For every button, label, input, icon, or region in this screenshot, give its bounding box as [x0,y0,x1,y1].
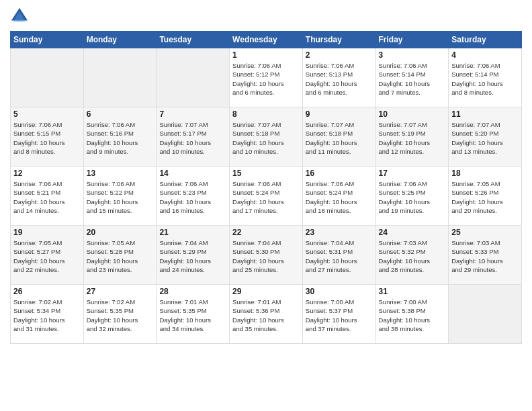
calendar-cell [157,48,230,107]
day-info: Sunrise: 7:00 AMSunset: 5:38 PMDaylight:… [379,298,446,333]
day-number: 14 [159,169,226,178]
weekday-header-monday: Monday [83,32,157,48]
page-header [10,7,522,26]
day-number: 23 [306,228,373,237]
day-info: Sunrise: 7:07 AMSunset: 5:18 PMDaylight:… [306,120,373,156]
day-number: 5 [13,109,81,119]
day-info: Sunrise: 7:06 AMSunset: 5:21 PMDaylight:… [13,179,81,215]
day-info: Sunrise: 7:07 AMSunset: 5:18 PMDaylight:… [232,120,300,156]
day-info: Sunrise: 7:06 AMSunset: 5:23 PMDaylight:… [159,179,226,215]
calendar-cell [11,48,84,107]
calendar-cell: 24Sunrise: 7:03 AMSunset: 5:32 PMDayligh… [375,226,449,285]
day-number: 19 [13,228,81,237]
calendar-cell: 1Sunrise: 7:06 AMSunset: 5:12 PMDaylight… [230,48,303,107]
calendar-cell: 16Sunrise: 7:06 AMSunset: 5:24 PMDayligh… [302,167,375,226]
calendar-week-5: 26Sunrise: 7:02 AMSunset: 5:34 PMDayligh… [11,285,522,344]
day-info: Sunrise: 7:05 AMSunset: 5:28 PMDaylight:… [87,238,154,274]
day-number: 15 [232,169,300,178]
calendar-cell: 5Sunrise: 7:06 AMSunset: 5:15 PMDaylight… [11,107,84,167]
day-info: Sunrise: 7:06 AMSunset: 5:24 PMDaylight:… [306,179,373,215]
calendar-cell: 3Sunrise: 7:06 AMSunset: 5:14 PMDaylight… [375,48,449,107]
day-info: Sunrise: 7:01 AMSunset: 5:35 PMDaylight:… [159,298,226,333]
calendar-cell: 27Sunrise: 7:02 AMSunset: 5:35 PMDayligh… [83,285,157,344]
calendar-cell: 11Sunrise: 7:07 AMSunset: 5:20 PMDayligh… [449,107,522,167]
page-container: SundayMondayTuesdayWednesdayThursdayFrid… [0,0,532,351]
calendar-cell: 20Sunrise: 7:05 AMSunset: 5:28 PMDayligh… [83,226,157,285]
day-info: Sunrise: 7:07 AMSunset: 5:20 PMDaylight:… [451,120,519,156]
day-info: Sunrise: 7:06 AMSunset: 5:14 PMDaylight:… [451,61,519,97]
day-number: 1 [232,50,300,60]
calendar-week-4: 19Sunrise: 7:05 AMSunset: 5:27 PMDayligh… [11,226,522,285]
calendar-cell: 22Sunrise: 7:04 AMSunset: 5:30 PMDayligh… [230,226,303,285]
calendar-cell: 13Sunrise: 7:06 AMSunset: 5:22 PMDayligh… [83,167,157,226]
weekday-header-tuesday: Tuesday [157,32,230,48]
day-info: Sunrise: 7:02 AMSunset: 5:34 PMDaylight:… [13,298,81,333]
day-number: 30 [306,287,373,296]
calendar-cell: 4Sunrise: 7:06 AMSunset: 5:14 PMDaylight… [449,48,522,107]
calendar-table: SundayMondayTuesdayWednesdayThursdayFrid… [10,31,522,344]
day-number: 16 [306,169,373,178]
day-info: Sunrise: 7:04 AMSunset: 5:31 PMDaylight:… [306,238,373,274]
day-number: 11 [451,109,519,119]
day-info: Sunrise: 7:01 AMSunset: 5:36 PMDaylight:… [232,298,300,333]
day-number: 21 [159,228,226,237]
weekday-header-saturday: Saturday [449,32,522,48]
weekday-header-thursday: Thursday [302,32,375,48]
calendar-cell: 30Sunrise: 7:00 AMSunset: 5:37 PMDayligh… [302,285,375,344]
day-info: Sunrise: 7:02 AMSunset: 5:35 PMDaylight:… [87,298,154,333]
day-info: Sunrise: 7:07 AMSunset: 5:17 PMDaylight:… [159,120,226,156]
calendar-cell: 10Sunrise: 7:07 AMSunset: 5:19 PMDayligh… [375,107,449,167]
calendar-cell: 21Sunrise: 7:04 AMSunset: 5:29 PMDayligh… [157,226,230,285]
day-number: 20 [87,228,154,237]
calendar-cell: 25Sunrise: 7:03 AMSunset: 5:33 PMDayligh… [449,226,522,285]
day-number: 25 [451,228,519,237]
day-info: Sunrise: 7:06 AMSunset: 5:22 PMDaylight:… [87,179,154,215]
day-number: 13 [87,169,154,178]
day-info: Sunrise: 7:05 AMSunset: 5:26 PMDaylight:… [451,179,519,215]
day-info: Sunrise: 7:06 AMSunset: 5:25 PMDaylight:… [379,179,446,215]
calendar-cell: 6Sunrise: 7:06 AMSunset: 5:16 PMDaylight… [83,107,157,167]
day-info: Sunrise: 7:06 AMSunset: 5:24 PMDaylight:… [232,179,300,215]
calendar-cell: 9Sunrise: 7:07 AMSunset: 5:18 PMDaylight… [302,107,375,167]
day-number: 27 [87,287,154,296]
calendar-header: SundayMondayTuesdayWednesdayThursdayFrid… [11,32,522,48]
day-number: 10 [379,109,446,119]
day-number: 24 [379,228,446,237]
day-info: Sunrise: 7:06 AMSunset: 5:13 PMDaylight:… [306,61,373,97]
calendar-cell: 26Sunrise: 7:02 AMSunset: 5:34 PMDayligh… [11,285,84,344]
weekday-row: SundayMondayTuesdayWednesdayThursdayFrid… [11,32,522,48]
logo-icon [10,7,29,26]
day-number: 17 [379,169,446,178]
day-number: 26 [13,287,81,296]
day-number: 29 [232,287,300,296]
calendar-cell: 18Sunrise: 7:05 AMSunset: 5:26 PMDayligh… [449,167,522,226]
day-number: 8 [232,109,300,119]
day-number: 18 [451,169,519,178]
day-number: 7 [159,109,226,119]
weekday-header-sunday: Sunday [11,32,84,48]
day-info: Sunrise: 7:03 AMSunset: 5:32 PMDaylight:… [379,238,446,274]
day-number: 22 [232,228,300,237]
calendar-cell: 2Sunrise: 7:06 AMSunset: 5:13 PMDaylight… [302,48,375,107]
calendar-week-2: 5Sunrise: 7:06 AMSunset: 5:15 PMDaylight… [11,107,522,167]
day-number: 6 [87,109,154,119]
day-info: Sunrise: 7:06 AMSunset: 5:14 PMDaylight:… [379,61,446,97]
calendar-cell: 28Sunrise: 7:01 AMSunset: 5:35 PMDayligh… [157,285,230,344]
day-number: 12 [13,169,81,178]
logo [10,7,32,26]
weekday-header-friday: Friday [375,32,449,48]
day-number: 31 [379,287,446,296]
day-number: 3 [379,50,446,60]
day-info: Sunrise: 7:06 AMSunset: 5:12 PMDaylight:… [232,61,300,97]
day-info: Sunrise: 7:04 AMSunset: 5:29 PMDaylight:… [159,238,226,274]
calendar-cell: 29Sunrise: 7:01 AMSunset: 5:36 PMDayligh… [230,285,303,344]
day-number: 9 [306,109,373,119]
day-info: Sunrise: 7:06 AMSunset: 5:16 PMDaylight:… [87,120,154,156]
calendar-cell: 7Sunrise: 7:07 AMSunset: 5:17 PMDaylight… [157,107,230,167]
calendar-week-3: 12Sunrise: 7:06 AMSunset: 5:21 PMDayligh… [11,167,522,226]
calendar-cell: 8Sunrise: 7:07 AMSunset: 5:18 PMDaylight… [230,107,303,167]
day-number: 4 [451,50,519,60]
calendar-week-1: 1Sunrise: 7:06 AMSunset: 5:12 PMDaylight… [11,48,522,107]
calendar-cell: 12Sunrise: 7:06 AMSunset: 5:21 PMDayligh… [11,167,84,226]
calendar-cell [83,48,157,107]
